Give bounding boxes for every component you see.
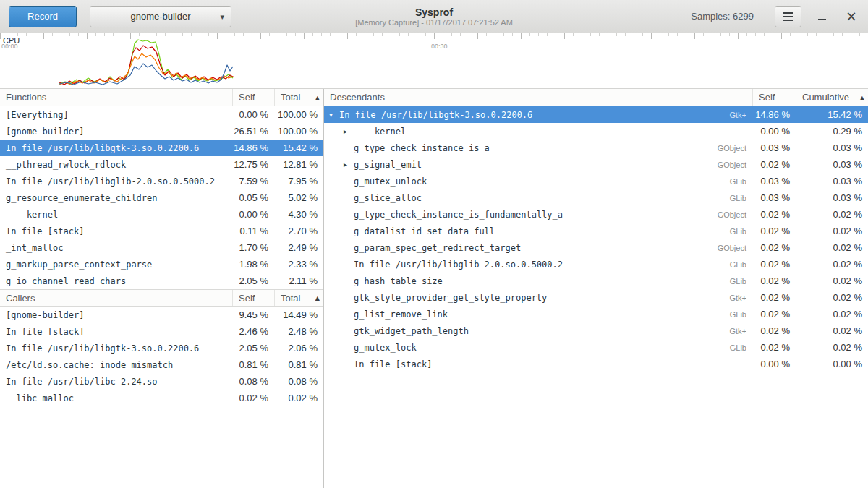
function-name: In file /usr/lib/libgtk-3.so.0.2200.6 [6, 143, 199, 153]
function-name: g_mutex_lock [354, 343, 417, 353]
table-row[interactable]: [gnome-builder] 9.45 % 14.49 % [0, 307, 323, 323]
total-percent: 100.00 % [274, 126, 323, 137]
expander-icon[interactable]: ▾ [329, 111, 339, 119]
table-row[interactable]: g_type_check_instance_is_a GObject 0.03 … [324, 140, 868, 156]
table-row[interactable]: gtk_widget_path_length Gtk+ 0.02 % 0.02 … [324, 322, 868, 339]
self-percent: 0.00 % [752, 359, 796, 369]
self-percent: 0.00 % [752, 126, 796, 137]
table-row[interactable]: g_mutex_unlock GLib 0.03 % 0.03 % [324, 173, 868, 189]
record-button[interactable]: Record [9, 6, 77, 27]
functions-table-header: Functions Self Total ▲ [0, 89, 323, 106]
self-percent: 2.05 % [232, 343, 274, 354]
total-percent: 2.11 % [274, 275, 323, 286]
table-row[interactable]: g_param_spec_get_redirect_target GObject… [324, 239, 868, 256]
table-row[interactable]: [Everything] 0.00 % 100.00 % [0, 106, 323, 123]
column-header-callers[interactable]: Callers [0, 290, 232, 306]
table-row[interactable]: In file /usr/lib/libc-2.24.so 0.08 % 0.0… [0, 373, 323, 390]
self-percent: 0.02 % [752, 275, 796, 286]
table-row[interactable]: gtk_style_provider_get_style_property Gt… [324, 289, 868, 306]
self-percent: 26.51 % [232, 126, 274, 137]
function-name: g_hash_table_size [354, 276, 443, 286]
table-row[interactable]: g_hash_table_size GLib 0.02 % 0.02 % [324, 273, 868, 289]
column-header-total[interactable]: Total ▲ [274, 290, 323, 306]
total-percent: 12.81 % [274, 159, 323, 170]
column-header-cumulative[interactable]: Cumulative ▲ [796, 89, 868, 106]
table-row[interactable]: g_slice_alloc GLib 0.03 % 0.03 % [324, 189, 868, 206]
total-percent: 2.33 % [274, 259, 323, 270]
category-label: GLib [730, 343, 752, 352]
total-percent: 0.02 % [274, 393, 323, 403]
function-name: g_resource_enumerate_children [6, 193, 158, 203]
category-label: Gtk+ [729, 294, 752, 302]
function-name: In file /usr/lib/libglib-2.0.so.0.5000.2 [6, 176, 215, 187]
column-header-descendants[interactable]: Descendants [324, 89, 752, 106]
function-name: In file /usr/lib/libglib-2.0.so.0.5000.2 [354, 260, 563, 270]
table-row[interactable]: __pthread_rwlock_rdlock 12.75 % 12.81 % [0, 156, 323, 173]
table-row[interactable]: g_type_check_instance_is_fundamentally_a… [324, 206, 868, 223]
cumulative-percent: 0.00 % [796, 359, 868, 369]
window-subtitle: [Memory Capture] - 01/17/2017 07:21:52 A… [355, 18, 513, 27]
self-percent: 0.03 % [752, 192, 796, 203]
table-row[interactable]: In file [stack] 0.00 % 0.00 % [324, 356, 868, 372]
menu-button[interactable] [775, 6, 801, 27]
table-row[interactable]: [gnome-builder] 26.51 % 100.00 % [0, 123, 323, 140]
cumulative-percent: 0.29 % [796, 126, 868, 137]
table-row[interactable]: In file [stack] 0.11 % 2.70 % [0, 223, 323, 239]
total-percent: 2.48 % [274, 326, 323, 337]
table-row[interactable]: ▸ g_signal_emit GObject 0.02 % 0.03 % [324, 156, 868, 173]
process-selector-dropdown[interactable]: gnome-builder ▾ [90, 6, 231, 27]
close-button[interactable]: × [842, 7, 861, 26]
cumulative-percent: 0.02 % [796, 242, 868, 253]
process-selector-label: gnome-builder [130, 11, 190, 22]
table-row[interactable]: g_datalist_id_set_data_full GLib 0.02 % … [324, 223, 868, 239]
table-row[interactable]: - - kernel - - 0.00 % 4.30 % [0, 206, 323, 223]
cumulative-percent: 0.02 % [796, 309, 868, 320]
table-row[interactable]: g_markup_parse_context_parse 1.98 % 2.33… [0, 256, 323, 273]
self-percent: 12.75 % [232, 159, 274, 170]
expander-icon[interactable]: ▸ [344, 161, 354, 168]
table-row[interactable]: __libc_malloc 0.02 % 0.02 % [0, 390, 323, 406]
function-name: [gnome-builder] [6, 127, 84, 137]
table-row[interactable]: /etc/ld.so.cache: inode mismatch 0.81 % … [0, 356, 323, 373]
column-header-functions[interactable]: Functions [0, 89, 232, 106]
cumulative-percent: 0.02 % [796, 292, 868, 303]
column-header-self[interactable]: Self [232, 89, 274, 106]
minimize-button[interactable] [812, 7, 831, 26]
table-row[interactable]: _int_malloc 1.70 % 2.49 % [0, 239, 323, 256]
right-pane: Descendants Self Cumulative ▲ ▾ In file … [324, 89, 868, 488]
functions-table: [Everything] 0.00 % 100.00 % [gnome-buil… [0, 106, 323, 289]
category-label: GLib [730, 227, 752, 236]
column-header-self[interactable]: Self [752, 89, 796, 106]
column-header-total[interactable]: Total ▲ [274, 89, 323, 106]
category-label: GObject [718, 160, 752, 169]
table-row[interactable]: ▾ In file /usr/lib/libgtk-3.so.0.2200.6 … [324, 106, 868, 123]
function-name: - - kernel - - [354, 127, 427, 137]
table-row[interactable]: ▸ - - kernel - - 0.00 % 0.29 % [324, 123, 868, 140]
total-percent: 0.08 % [274, 376, 323, 387]
table-row[interactable]: g_list_remove_link GLib 0.02 % 0.02 % [324, 306, 868, 322]
total-percent: 5.02 % [274, 192, 323, 203]
self-percent: 0.02 % [232, 393, 274, 403]
expander-icon[interactable]: ▸ [344, 128, 354, 135]
self-percent: 0.02 % [752, 226, 796, 236]
function-name: gtk_style_provider_get_style_property [354, 293, 547, 303]
table-row[interactable]: In file /usr/lib/libglib-2.0.so.0.5000.2… [0, 173, 323, 189]
self-percent: 0.08 % [232, 376, 274, 387]
table-row[interactable]: In file [stack] 2.46 % 2.48 % [0, 323, 323, 340]
window-title: Sysprof [415, 7, 453, 18]
column-header-self[interactable]: Self [232, 290, 274, 306]
total-percent: 2.70 % [274, 226, 323, 236]
table-row[interactable]: g_io_channel_read_chars 2.05 % 2.11 % [0, 273, 323, 289]
self-percent: 0.03 % [752, 142, 796, 153]
cumulative-percent: 0.03 % [796, 192, 868, 203]
table-row[interactable]: In file /usr/lib/libglib-2.0.so.0.5000.2… [324, 256, 868, 273]
self-percent: 0.81 % [232, 359, 274, 370]
cumulative-percent: 0.02 % [796, 342, 868, 353]
table-row[interactable]: In file /usr/lib/libgtk-3.so.0.2200.6 14… [0, 140, 323, 156]
table-row[interactable]: g_mutex_lock GLib 0.02 % 0.02 % [324, 339, 868, 356]
function-name: g_signal_emit [354, 160, 422, 170]
table-row[interactable]: In file /usr/lib/libgtk-3.so.0.2200.6 2.… [0, 340, 323, 356]
cpu-series-cpu1-red [59, 46, 234, 85]
cpu-timeline-graph[interactable]: CPU 00:00 00:30 [0, 33, 868, 89]
table-row[interactable]: g_resource_enumerate_children 0.05 % 5.0… [0, 189, 323, 206]
